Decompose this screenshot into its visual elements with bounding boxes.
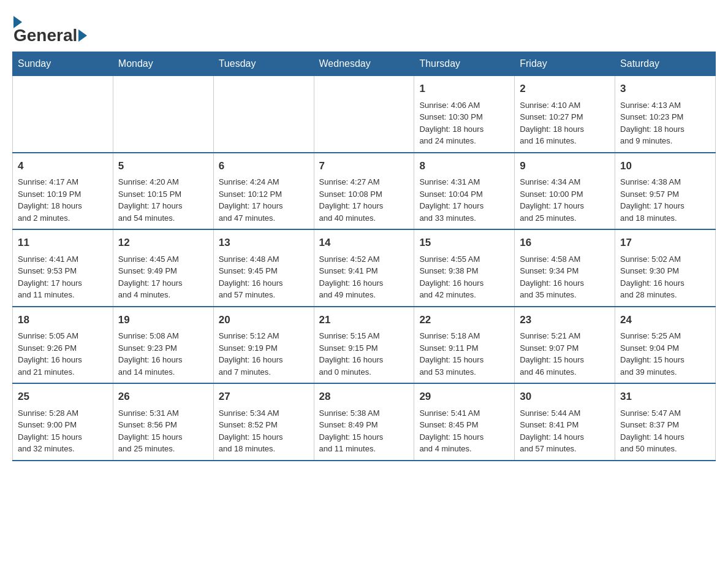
calendar-cell: 27Sunrise: 5:34 AM Sunset: 8:52 PM Dayli… [213,383,314,461]
day-info: Sunrise: 5:47 AM Sunset: 8:37 PM Dayligh… [620,407,710,455]
calendar-header-sunday: Sunday [13,52,113,76]
day-number: 13 [219,235,309,251]
day-info: Sunrise: 4:31 AM Sunset: 10:04 PM Daylig… [419,176,509,224]
calendar-cell: 10Sunrise: 4:38 AM Sunset: 9:57 PM Dayli… [615,153,716,230]
day-number: 22 [419,312,509,328]
day-number: 9 [520,158,610,174]
day-info: Sunrise: 4:06 AM Sunset: 10:30 PM Daylig… [419,99,509,147]
calendar-week-row: 1Sunrise: 4:06 AM Sunset: 10:30 PM Dayli… [13,76,716,153]
day-info: Sunrise: 4:41 AM Sunset: 9:53 PM Dayligh… [18,253,108,301]
calendar-cell: 5Sunrise: 4:20 AM Sunset: 10:15 PM Dayli… [113,153,213,230]
calendar-cell: 4Sunrise: 4:17 AM Sunset: 10:19 PM Dayli… [13,153,113,230]
calendar-table: SundayMondayTuesdayWednesdayThursdayFrid… [12,52,716,461]
calendar-cell: 17Sunrise: 5:02 AM Sunset: 9:30 PM Dayli… [615,229,716,307]
day-number: 25 [18,389,108,405]
calendar-cell: 6Sunrise: 4:24 AM Sunset: 10:12 PM Dayli… [213,153,314,230]
calendar-cell: 12Sunrise: 4:45 AM Sunset: 9:49 PM Dayli… [113,229,213,307]
day-number: 30 [520,389,610,405]
day-number: 18 [18,312,108,328]
calendar-header-friday: Friday [515,52,615,76]
day-info: Sunrise: 4:20 AM Sunset: 10:15 PM Daylig… [118,176,208,224]
calendar-header-wednesday: Wednesday [314,52,414,76]
day-number: 10 [620,158,710,174]
day-info: Sunrise: 5:34 AM Sunset: 8:52 PM Dayligh… [219,407,309,455]
calendar-cell: 16Sunrise: 4:58 AM Sunset: 9:34 PM Dayli… [515,229,615,307]
calendar-cell: 20Sunrise: 5:12 AM Sunset: 9:19 PM Dayli… [213,307,314,384]
day-info: Sunrise: 5:08 AM Sunset: 9:23 PM Dayligh… [118,330,208,378]
day-info: Sunrise: 5:05 AM Sunset: 9:26 PM Dayligh… [18,330,108,378]
day-number: 26 [118,389,208,405]
logo-general-text2: General [13,26,77,45]
day-number: 24 [620,312,710,328]
calendar-cell: 14Sunrise: 4:52 AM Sunset: 9:41 PM Dayli… [314,229,414,307]
day-number: 17 [620,235,710,251]
calendar-header-monday: Monday [113,52,213,76]
calendar-cell: 18Sunrise: 5:05 AM Sunset: 9:26 PM Dayli… [13,307,113,384]
calendar-cell [13,76,113,153]
day-info: Sunrise: 4:45 AM Sunset: 9:49 PM Dayligh… [118,253,208,301]
page-header: General [12,12,716,45]
day-number: 7 [319,158,409,174]
calendar-cell: 9Sunrise: 4:34 AM Sunset: 10:00 PM Dayli… [515,153,615,230]
calendar-week-row: 11Sunrise: 4:41 AM Sunset: 9:53 PM Dayli… [13,229,716,307]
day-info: Sunrise: 5:28 AM Sunset: 9:00 PM Dayligh… [18,407,108,455]
calendar-cell: 1Sunrise: 4:06 AM Sunset: 10:30 PM Dayli… [414,76,515,153]
day-number: 14 [319,235,409,251]
calendar-cell: 2Sunrise: 4:10 AM Sunset: 10:27 PM Dayli… [515,76,615,153]
day-info: Sunrise: 4:48 AM Sunset: 9:45 PM Dayligh… [219,253,309,301]
calendar-cell: 26Sunrise: 5:31 AM Sunset: 8:56 PM Dayli… [113,383,213,461]
day-number: 23 [520,312,610,328]
day-number: 29 [419,389,509,405]
day-number: 16 [520,235,610,251]
calendar-header-row: SundayMondayTuesdayWednesdayThursdayFrid… [13,52,716,76]
day-number: 27 [219,389,309,405]
calendar-header-tuesday: Tuesday [213,52,314,76]
day-info: Sunrise: 5:02 AM Sunset: 9:30 PM Dayligh… [620,253,710,301]
day-info: Sunrise: 5:41 AM Sunset: 8:45 PM Dayligh… [419,407,509,455]
day-info: Sunrise: 4:24 AM Sunset: 10:12 PM Daylig… [219,176,309,224]
calendar-cell: 15Sunrise: 4:55 AM Sunset: 9:38 PM Dayli… [414,229,515,307]
calendar-cell [314,76,414,153]
day-info: Sunrise: 4:10 AM Sunset: 10:27 PM Daylig… [520,99,610,147]
day-info: Sunrise: 4:17 AM Sunset: 10:19 PM Daylig… [18,176,108,224]
calendar-cell [213,76,314,153]
logo: General [12,12,88,45]
day-info: Sunrise: 4:38 AM Sunset: 9:57 PM Dayligh… [620,176,710,224]
calendar-cell: 25Sunrise: 5:28 AM Sunset: 9:00 PM Dayli… [13,383,113,461]
calendar-cell: 30Sunrise: 5:44 AM Sunset: 8:41 PM Dayli… [515,383,615,461]
calendar-cell: 29Sunrise: 5:41 AM Sunset: 8:45 PM Dayli… [414,383,515,461]
calendar-cell: 28Sunrise: 5:38 AM Sunset: 8:49 PM Dayli… [314,383,414,461]
day-info: Sunrise: 5:25 AM Sunset: 9:04 PM Dayligh… [620,330,710,378]
day-number: 1 [419,81,509,97]
day-info: Sunrise: 5:18 AM Sunset: 9:11 PM Dayligh… [419,330,509,378]
day-number: 21 [319,312,409,328]
day-number: 3 [620,81,710,97]
day-info: Sunrise: 4:55 AM Sunset: 9:38 PM Dayligh… [419,253,509,301]
calendar-cell: 21Sunrise: 5:15 AM Sunset: 9:15 PM Dayli… [314,307,414,384]
calendar-cell: 11Sunrise: 4:41 AM Sunset: 9:53 PM Dayli… [13,229,113,307]
day-info: Sunrise: 4:34 AM Sunset: 10:00 PM Daylig… [520,176,610,224]
day-number: 19 [118,312,208,328]
day-number: 6 [219,158,309,174]
day-number: 4 [18,158,108,174]
day-number: 31 [620,389,710,405]
day-number: 2 [520,81,610,97]
calendar-cell: 31Sunrise: 5:47 AM Sunset: 8:37 PM Dayli… [615,383,716,461]
day-number: 11 [18,235,108,251]
calendar-cell: 24Sunrise: 5:25 AM Sunset: 9:04 PM Dayli… [615,307,716,384]
calendar-cell: 7Sunrise: 4:27 AM Sunset: 10:08 PM Dayli… [314,153,414,230]
calendar-header-thursday: Thursday [414,52,515,76]
calendar-cell: 13Sunrise: 4:48 AM Sunset: 9:45 PM Dayli… [213,229,314,307]
calendar-week-row: 4Sunrise: 4:17 AM Sunset: 10:19 PM Dayli… [13,153,716,230]
day-info: Sunrise: 4:52 AM Sunset: 9:41 PM Dayligh… [319,253,409,301]
calendar-cell: 3Sunrise: 4:13 AM Sunset: 10:23 PM Dayli… [615,76,716,153]
day-number: 15 [419,235,509,251]
day-info: Sunrise: 5:12 AM Sunset: 9:19 PM Dayligh… [219,330,309,378]
day-info: Sunrise: 5:44 AM Sunset: 8:41 PM Dayligh… [520,407,610,455]
calendar-cell [113,76,213,153]
day-info: Sunrise: 5:21 AM Sunset: 9:07 PM Dayligh… [520,330,610,378]
day-info: Sunrise: 5:38 AM Sunset: 8:49 PM Dayligh… [319,407,409,455]
calendar-cell: 8Sunrise: 4:31 AM Sunset: 10:04 PM Dayli… [414,153,515,230]
calendar-week-row: 18Sunrise: 5:05 AM Sunset: 9:26 PM Dayli… [13,307,716,384]
day-info: Sunrise: 4:58 AM Sunset: 9:34 PM Dayligh… [520,253,610,301]
